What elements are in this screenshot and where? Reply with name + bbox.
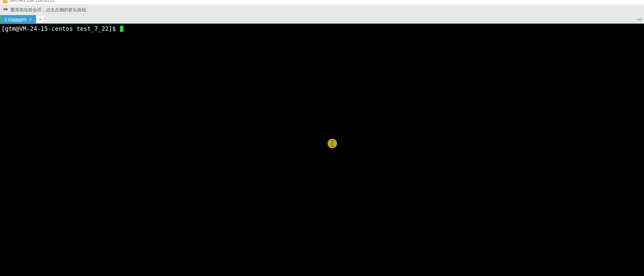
session-tab-label: 1 Gggggtm	[4, 17, 26, 22]
cursor-icon	[120, 26, 123, 32]
folder-icon	[3, 0, 8, 3]
session-tab[interactable]: 1 Gggggtm ×	[2, 15, 36, 23]
flag-arrow-icon	[3, 8, 8, 12]
shell-prompt: [gtm@VM-24-15-centos test_7_22]$	[1, 25, 119, 32]
hint-text: 要添加当前会话，点击左侧的箭头按钮。	[10, 7, 91, 13]
tab-scroll-left-icon[interactable]: ◀	[636, 17, 639, 21]
address-path: ssh://43.138.118.65:22	[10, 0, 55, 2]
address-bar[interactable]: ssh://43.138.118.65:22	[0, 0, 644, 5]
terminal-area[interactable]: [gtm@VM-24-15-centos test_7_22]$	[0, 23, 644, 276]
terminal-content[interactable]: [gtm@VM-24-15-centos test_7_22]$	[0, 24, 644, 34]
hint-bar: 要添加当前会话，点击左侧的箭头按钮。	[0, 5, 644, 15]
ibeam-cursor-icon	[332, 141, 333, 146]
close-icon[interactable]: ×	[29, 17, 32, 22]
new-tab-button[interactable]: +	[36, 15, 44, 23]
tab-scroll-controls: ◀ ▶	[636, 15, 644, 23]
tab-bar: 1 Gggggtm × + ◀ ▶	[0, 15, 644, 23]
mouse-pointer-highlight	[327, 139, 337, 148]
tab-scroll-right-icon[interactable]: ▶	[640, 17, 643, 21]
